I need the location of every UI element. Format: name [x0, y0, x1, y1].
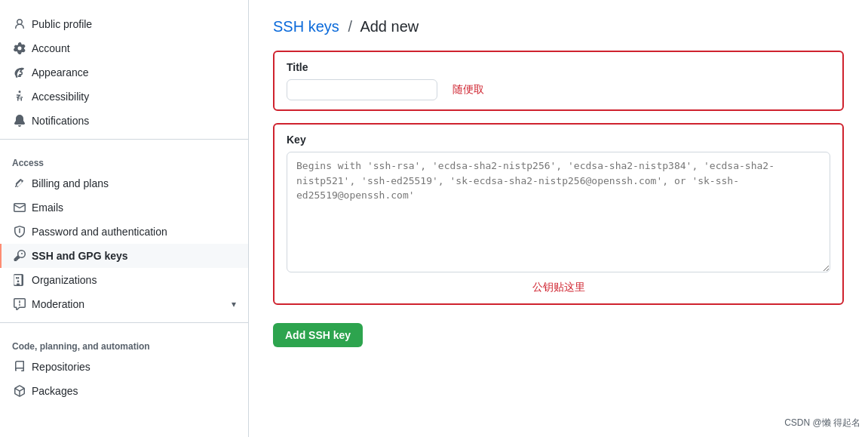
sidebar-item-label: Emails	[32, 202, 63, 214]
access-section-label: Access	[0, 146, 248, 171]
sidebar-item-label: Public profile	[32, 18, 92, 30]
key-section-body: 公钥贴这里	[275, 152, 842, 303]
sidebar-item-packages[interactable]: Packages	[0, 379, 248, 403]
key-annotation: 公钥贴这里	[287, 281, 830, 294]
mail-icon	[14, 202, 26, 214]
sidebar-item-label: Password and authentication	[32, 226, 167, 238]
sidebar-item-label: Moderation	[32, 298, 84, 310]
key-section: Key 公钥贴这里	[273, 123, 844, 305]
sidebar-item-public-profile[interactable]: Public profile	[0, 12, 248, 36]
sidebar-item-label: Notifications	[32, 115, 89, 127]
key-textarea[interactable]	[287, 152, 830, 272]
sidebar-item-account[interactable]: Account	[0, 36, 248, 60]
sidebar-item-billing[interactable]: Billing and plans	[0, 171, 248, 195]
add-ssh-key-button[interactable]: Add SSH key	[273, 323, 363, 347]
bell-icon	[14, 115, 26, 127]
gear-icon	[14, 42, 26, 54]
key-icon	[14, 250, 26, 262]
title-input[interactable]	[287, 79, 437, 100]
paintbrush-icon	[14, 66, 26, 78]
title-section: Title 随便取	[273, 51, 844, 111]
title-section-header: Title	[275, 52, 842, 79]
moderation-icon	[14, 298, 26, 310]
sidebar-item-label: Billing and plans	[32, 177, 109, 189]
sidebar-item-label: Organizations	[32, 274, 97, 286]
sidebar-item-password[interactable]: Password and authentication	[0, 220, 248, 244]
sidebar-item-appearance[interactable]: Appearance	[0, 60, 248, 85]
sidebar-item-repositories[interactable]: Repositories	[0, 355, 248, 379]
sidebar-item-label: Packages	[32, 385, 78, 397]
creditcard-icon	[14, 177, 26, 189]
chevron-down-icon: ▾	[232, 299, 236, 309]
sidebar-item-label: Appearance	[32, 66, 89, 78]
sidebar-item-label: Repositories	[32, 361, 90, 373]
repo-icon	[14, 361, 26, 373]
moderation-row: Moderation ▾	[32, 298, 236, 310]
main-content: SSH keys / Add new Title 随便取 Key 公钥贴这里 A…	[249, 0, 868, 437]
watermark: CSDN @懒 得起名	[784, 417, 860, 429]
breadcrumb-link[interactable]: SSH keys	[273, 18, 339, 35]
sidebar-item-label: SSH and GPG keys	[32, 250, 128, 262]
sidebar-item-emails[interactable]: Emails	[0, 195, 248, 220]
sidebar-divider-1	[0, 139, 248, 140]
sidebar-item-accessibility[interactable]: Accessibility	[0, 85, 248, 109]
person-icon	[14, 18, 26, 30]
sidebar-item-label: Accessibility	[32, 91, 89, 103]
code-section-label: Code, planning, and automation	[0, 329, 248, 355]
sidebar-item-ssh-gpg[interactable]: SSH and GPG keys	[0, 244, 248, 268]
breadcrumb-separator: /	[348, 18, 352, 35]
sidebar-divider-2	[0, 322, 248, 323]
shield-icon	[14, 226, 26, 238]
sidebar-item-notifications[interactable]: Notifications	[0, 109, 248, 133]
accessibility-icon	[14, 91, 26, 103]
key-section-header: Key	[275, 125, 842, 152]
title-annotation: 随便取	[437, 83, 484, 97]
breadcrumb-current: Add new	[360, 18, 419, 35]
sidebar-item-label: Account	[32, 42, 70, 54]
package-icon	[14, 385, 26, 397]
title-input-row: 随便取	[287, 79, 830, 100]
sidebar: Public profile Account Appearance Access…	[0, 0, 249, 437]
sidebar-item-organizations[interactable]: Organizations	[0, 268, 248, 292]
organizations-icon	[14, 274, 26, 286]
sidebar-item-moderation[interactable]: Moderation ▾	[0, 292, 248, 316]
page-breadcrumb: SSH keys / Add new	[273, 18, 844, 35]
title-section-body: 随便取	[275, 79, 842, 109]
